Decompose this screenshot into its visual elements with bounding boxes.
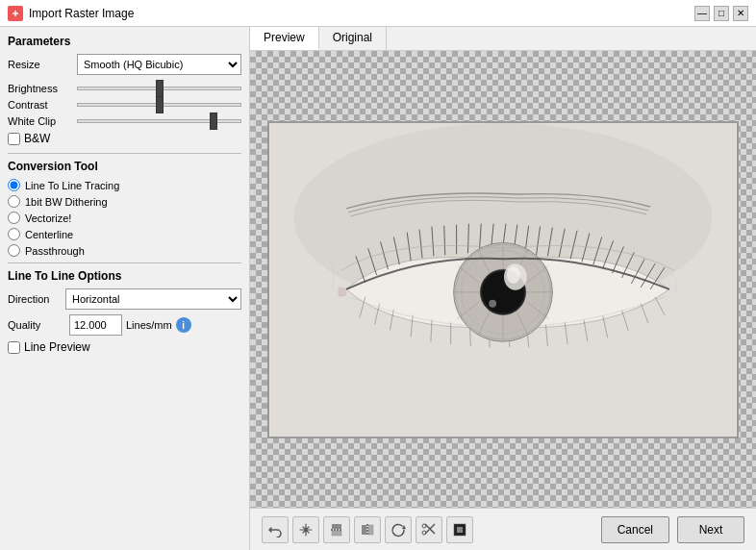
line-preview-checkbox[interactable] — [8, 341, 20, 354]
quality-row: Quality Lines/mm i — [8, 314, 241, 336]
resize-row: Resize Smooth (HQ Bicubic) Nearest Neigh… — [8, 54, 241, 75]
next-button[interactable]: Next — [677, 516, 744, 543]
contrast-slider[interactable] — [77, 103, 241, 107]
title-bar: Import Raster Image — □ ✕ — [0, 0, 756, 27]
line-preview-row: Line Preview — [8, 340, 241, 354]
close-button[interactable]: ✕ — [733, 6, 748, 21]
radio-passthrough: Passthrough — [8, 244, 241, 257]
left-panel: Parameters Resize Smooth (HQ Bicubic) Ne… — [0, 27, 250, 550]
minimize-button[interactable]: — — [694, 6, 710, 21]
tab-preview[interactable]: Preview — [250, 27, 319, 50]
tab-original[interactable]: Original — [319, 27, 387, 50]
svg-rect-81 — [457, 527, 463, 533]
radio-line-tracing-input[interactable] — [8, 179, 20, 191]
svg-point-68 — [489, 299, 496, 307]
radio-vectorize-label: Vectorize! — [25, 212, 71, 224]
brightness-slider[interactable] — [77, 87, 241, 90]
window-title: Import Raster Image — [29, 7, 134, 20]
tool-rotate-button[interactable] — [385, 516, 412, 543]
eye-image-container — [267, 121, 739, 438]
radio-passthrough-label: Passthrough — [25, 245, 85, 257]
svg-rect-69 — [332, 524, 341, 529]
line-preview-label: Line Preview — [24, 340, 90, 354]
quality-input[interactable] — [69, 314, 122, 336]
bottom-bar: Cancel Next — [250, 508, 756, 550]
action-buttons: Cancel Next — [601, 516, 744, 543]
main-content: Parameters Resize Smooth (HQ Bicubic) Ne… — [0, 27, 756, 550]
tool-flip-v-button[interactable] — [323, 516, 350, 543]
app-icon — [8, 6, 23, 21]
svg-rect-70 — [332, 531, 341, 536]
svg-point-67 — [507, 266, 520, 284]
radio-passthrough-input[interactable] — [8, 244, 20, 257]
radio-1bit-dithering: 1bit BW Dithering — [8, 195, 241, 208]
title-controls: — □ ✕ — [694, 6, 748, 21]
tool-undo-button[interactable] — [262, 516, 289, 543]
resize-label: Resize — [8, 59, 77, 70]
quality-unit: Lines/mm — [126, 319, 172, 331]
tool-cut-button[interactable] — [416, 516, 442, 543]
contrast-label: Contrast — [8, 99, 77, 111]
direction-row: Direction Horizontal Vertical Diagonal — [8, 288, 241, 310]
svg-point-78 — [422, 524, 426, 528]
radio-centerline-input[interactable] — [8, 228, 20, 240]
svg-rect-72 — [362, 525, 366, 535]
svg-rect-73 — [368, 525, 373, 535]
direction-label: Direction — [8, 293, 65, 305]
tabs-bar: Preview Original — [250, 27, 756, 51]
radio-1bit-dithering-label: 1bit BW Dithering — [25, 196, 108, 208]
radio-line-tracing-label: Line To Line Tracing — [25, 180, 119, 191]
tool-blackout-button[interactable] — [446, 516, 473, 543]
parameters-title: Parameters — [8, 35, 241, 48]
contrast-row: Contrast — [8, 99, 241, 111]
bw-label: B&W — [24, 132, 50, 145]
direction-select[interactable]: Horizontal Vertical Diagonal — [65, 288, 241, 310]
radio-vectorize: Vectorize! — [8, 212, 241, 224]
line-options-title: Line To Line Options — [8, 269, 241, 283]
radio-1bit-dithering-input[interactable] — [8, 195, 20, 208]
resize-select[interactable]: Smooth (HQ Bicubic) Nearest Neighbor Bil… — [77, 54, 241, 75]
bw-checkbox[interactable] — [8, 133, 20, 145]
brightness-label: Brightness — [8, 83, 77, 94]
radio-centerline-label: Centerline — [25, 229, 73, 240]
radio-centerline: Centerline — [8, 228, 241, 240]
bw-row: B&W — [8, 132, 241, 145]
title-bar-left: Import Raster Image — [8, 6, 134, 21]
white-clip-slider[interactable] — [77, 119, 241, 123]
quality-info-icon[interactable]: i — [176, 317, 191, 333]
conversion-tool-title: Conversion Tool — [8, 160, 241, 173]
cancel-button[interactable]: Cancel — [601, 516, 669, 543]
quality-label: Quality — [8, 319, 65, 331]
tool-icons — [262, 516, 473, 543]
tool-flip-h-button[interactable] — [354, 516, 381, 543]
radio-vectorize-input[interactable] — [8, 212, 20, 224]
preview-area — [250, 51, 756, 508]
brightness-row: Brightness — [8, 83, 241, 94]
right-panel: Preview Original — [250, 27, 756, 550]
maximize-button[interactable]: □ — [714, 6, 729, 21]
radio-line-tracing: Line To Line Tracing — [8, 179, 241, 191]
tool-pan-button[interactable] — [292, 516, 319, 543]
white-clip-row: White Clip — [8, 115, 241, 127]
white-clip-label: White Clip — [8, 115, 77, 127]
